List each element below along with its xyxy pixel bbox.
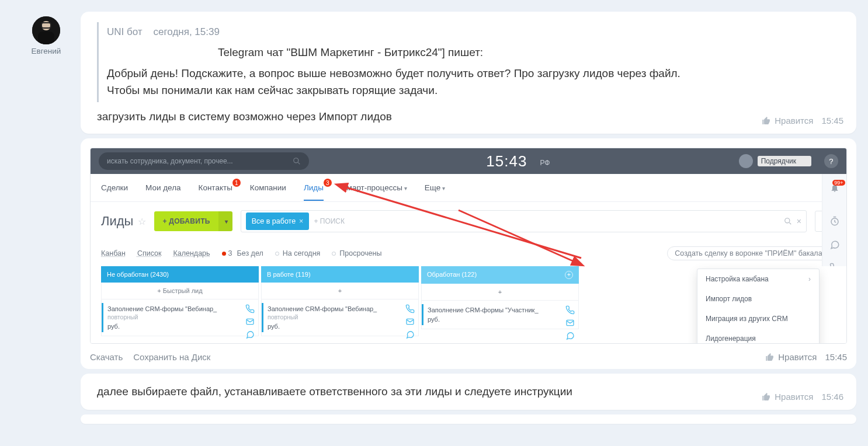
like-label: Нравится (775, 392, 813, 402)
tab-leads-label: Лиды (304, 183, 324, 192)
filter-bar[interactable]: Все в работе × + ПОИСК × (241, 210, 807, 232)
download-link[interactable]: Скачать (90, 352, 123, 362)
kanban-card[interactable]: Заполнение CRM-формы "Вебинар_ повторный… (101, 299, 259, 336)
mail-icon[interactable] (245, 317, 255, 326)
favorite-star-icon[interactable]: ☆ (138, 216, 146, 227)
badge-leads: 3 (324, 179, 332, 187)
crm-tabs: Сделки Мои дела Контакты 1 Компании Лиды… (91, 174, 846, 202)
column-header[interactable]: Не обработан (2430) (101, 266, 259, 283)
filter-chip-label: Все в работе (252, 217, 296, 225)
message-time: 15:46 (821, 392, 843, 402)
message-text: далее выбираете файл, устанавливаете отв… (97, 385, 840, 398)
kanban-column-unprocessed: Не обработан (2430) + Быстрый лид Заполн… (101, 266, 259, 336)
chevron-right-icon: › (808, 275, 811, 283)
column-count: (119) (296, 271, 311, 278)
save-to-disk-link[interactable]: Сохранить на Диск (133, 352, 210, 362)
add-column-icon[interactable]: + (565, 271, 573, 279)
search-icon[interactable] (784, 217, 792, 225)
menu-migration[interactable]: Миграция из других CRM (697, 309, 819, 329)
kanban-card[interactable]: Заполнение CRM-формы "Участник_ руб. (421, 301, 579, 329)
clock-region: РФ (540, 159, 550, 167)
tab-more[interactable]: Еще (425, 183, 445, 192)
filter-today[interactable]: На сегодня (275, 249, 321, 257)
notifications-button[interactable]: 99+ (830, 183, 839, 193)
view-calendar[interactable]: Календарь (173, 249, 210, 257)
card-title: Заполнение CRM-формы "Вебинар_ (107, 305, 254, 312)
author-name[interactable]: Евгений (12, 47, 81, 55)
mail-icon[interactable] (405, 317, 415, 326)
user-menu[interactable]: Подрядчик (739, 154, 811, 168)
phone-icon[interactable] (405, 304, 415, 313)
like-button[interactable]: Нравится (762, 116, 813, 126)
chat-bubble-icon[interactable] (245, 330, 255, 339)
tab-companies[interactable]: Компании (250, 183, 286, 192)
card-title: Заполнение CRM-формы "Участник_ (428, 306, 574, 313)
clear-filter-icon[interactable]: × (797, 217, 801, 226)
nodeal-count: 3 (228, 249, 232, 257)
card-sub: повторный (268, 313, 414, 320)
view-switcher: Канбан Список Календарь 3Без дел На сего… (91, 241, 846, 266)
attachment-bubble: искать сотрудника, документ, прочее... 1… (81, 138, 856, 369)
like-label: Нравится (775, 116, 813, 126)
like-button[interactable]: Нравится (765, 352, 817, 362)
menu-leadgen[interactable]: Лидогенерация (697, 329, 819, 344)
create-deal-hint[interactable]: Создать сделку в воронке "ПРИЁМ" бакала.… (667, 246, 836, 260)
avatar[interactable] (32, 16, 60, 44)
attachment-time: 15:45 (825, 352, 847, 362)
column-header[interactable]: В работе (119) (261, 266, 419, 283)
column-title: В работе (267, 271, 294, 278)
view-list[interactable]: Список (137, 249, 162, 257)
message-time: 15:45 (821, 116, 843, 126)
column-count: (2430) (150, 271, 169, 278)
page-title-text: Лиды (101, 214, 133, 229)
empty-dot-icon (332, 252, 336, 256)
card-currency: руб. (428, 316, 574, 323)
thumb-up-icon (765, 353, 775, 362)
filter-overdue[interactable]: Просрочены (332, 249, 381, 257)
help-button[interactable]: ? (824, 154, 838, 168)
tab-deals[interactable]: Сделки (101, 183, 128, 192)
card-title: Заполнение CRM-формы "Вебинар_ (268, 305, 414, 312)
column-count: (122) (461, 271, 477, 278)
tab-my-tasks[interactable]: Мои дела (145, 183, 181, 192)
embedded-screenshot: искать сотрудника, документ, прочее... 1… (90, 148, 847, 344)
filter-no-deal[interactable]: 3Без дел (222, 249, 263, 257)
like-button[interactable]: Нравится (762, 392, 813, 402)
filter-chip-all-in-work[interactable]: Все в работе × (246, 212, 310, 230)
column-title: Не обработан (107, 271, 148, 278)
tab-contacts[interactable]: Контакты 1 (199, 183, 232, 192)
tab-smart-processes[interactable]: Смарт-процессы (341, 183, 407, 192)
menu-kanban-settings[interactable]: Настройка канбана› (697, 269, 819, 289)
card-currency: руб. (268, 323, 414, 330)
kanban-card[interactable]: Заполнение CRM-формы "Вебинар_ повторный… (261, 299, 419, 336)
chat-icon[interactable] (829, 239, 840, 250)
message-bubble-1: UNI бот сегодня, 15:39 Telegram чат "ВШМ… (81, 12, 856, 134)
add-button[interactable]: + ДОБАВИТЬ (154, 211, 232, 231)
filter-chip-close-icon[interactable]: × (299, 217, 303, 225)
quick-add-button[interactable]: + (421, 284, 579, 301)
quote-body-line1: Добрый день! Подскажите, а вопрос выше н… (107, 65, 840, 82)
filter-search-placeholder: + ПОИСК (314, 217, 345, 225)
global-search[interactable]: искать сотрудника, документ, прочее... (99, 152, 309, 170)
notifications-count: 99+ (832, 180, 845, 186)
chat-bubble-icon[interactable] (565, 331, 575, 340)
empty-dot-icon (275, 252, 279, 256)
timer-icon[interactable] (829, 216, 840, 227)
tab-contacts-label: Контакты (199, 183, 232, 192)
menu-import-leads[interactable]: Импорт лидов (697, 289, 819, 309)
tab-leads[interactable]: Лиды 3 (304, 183, 324, 192)
quick-add-button[interactable]: + (261, 283, 419, 299)
quick-lead-button[interactable]: + Быстрый лид (101, 283, 259, 299)
clock: 15:43 (486, 152, 527, 170)
mail-icon[interactable] (565, 318, 575, 327)
thumb-up-icon (762, 116, 771, 126)
nodeal-label: Без дел (237, 249, 263, 257)
column-header[interactable]: Обработан (122) + (421, 266, 579, 284)
search-icon (293, 157, 301, 165)
view-kanban[interactable]: Канбан (101, 249, 126, 257)
overdue-label: Просрочены (339, 249, 381, 257)
bitrix-topbar: искать сотрудника, документ, прочее... 1… (91, 148, 846, 174)
chat-bubble-icon[interactable] (405, 330, 415, 339)
phone-icon[interactable] (565, 305, 575, 315)
phone-icon[interactable] (245, 304, 255, 313)
